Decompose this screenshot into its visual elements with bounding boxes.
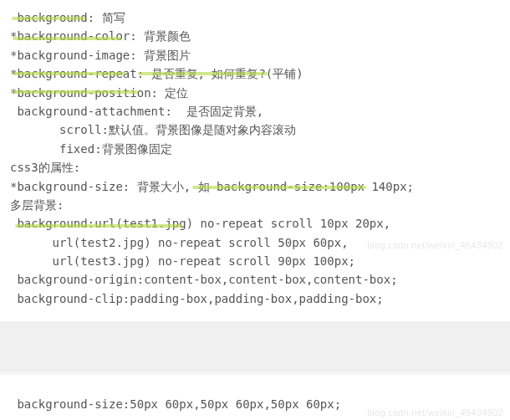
code-line: fixed:背景图像固定 [10, 140, 500, 158]
code-line: background-clip:padding-box,padding-box,… [10, 289, 500, 308]
code-line: scroll:默认值。背景图像是随对象内容滚动 [10, 120, 500, 139]
code-line: background:url(test1.jpg) no-repeat scro… [10, 214, 500, 233]
code-line: background-attachment: 是否固定背景, [10, 102, 500, 120]
code-line: css3的属性: [10, 158, 500, 177]
code-line: *background-position: 定位 [10, 84, 500, 102]
code-line: *background-image: 背景图片 [10, 46, 500, 64]
code-line: 多层背景: [10, 196, 500, 214]
code-line: *background-size: 背景大小, 如 background-siz… [10, 177, 500, 196]
code-line: *background-color: 背景颜色 [10, 27, 500, 45]
separator-gap [0, 321, 510, 370]
code-line: url(test3.jpg) no-repeat scroll 90px 100… [10, 252, 500, 270]
code-line: url(test2.jpg) no-repeat scroll 50px 60p… [10, 233, 500, 252]
code-line: *background-repeat: 是否重复, 如何重复?(平铺) [10, 64, 500, 83]
code-line: background-origin:content-box,content-bo… [10, 270, 500, 289]
code-block-top: background: 简写 *background-color: 背景颜色 *… [0, 0, 510, 321]
code-block-bottom: background-size:50px 60px,50px 60px,50px… [0, 376, 510, 420]
divider-shadow [0, 370, 510, 376]
document-root: { "code": { "l0": " background: 简写", "l1… [0, 0, 510, 420]
code-line: background: 简写 [10, 8, 500, 27]
code-line: background-size:50px 60px,50px 60px,50px… [10, 395, 500, 413]
